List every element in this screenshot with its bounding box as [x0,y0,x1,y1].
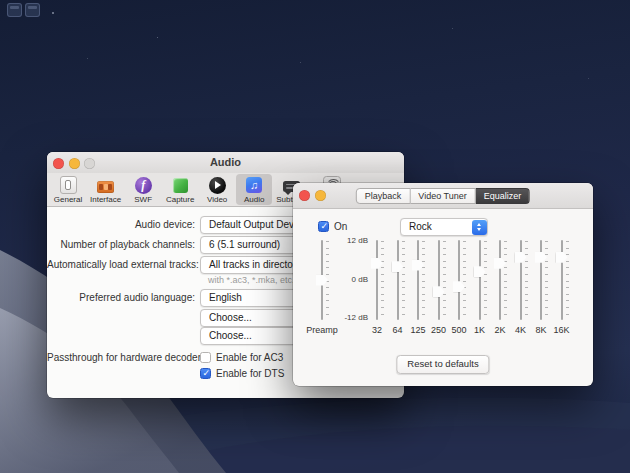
field-label: Audio device: [47,216,195,234]
interface-icon [97,176,115,194]
equalizer-window: Playback Video Tuner Equalizer On Rock 1… [293,183,593,386]
band-500-slider[interactable]: 500 [449,240,469,337]
preset-select[interactable]: Rock [400,218,488,236]
star [87,58,88,59]
tab-video-tuner[interactable]: Video Tuner [410,188,475,204]
preamp-slider[interactable]: Preamp [312,240,332,337]
band-16k-slider[interactable]: 16K [552,240,572,337]
band-2k-slider[interactable]: 2K [490,240,510,337]
window-title: Audio [47,156,404,168]
eq-on-checkbox[interactable] [318,221,329,232]
capture-icon [171,176,189,194]
tab-playback[interactable]: Playback [356,188,411,204]
toolbar-item-capture[interactable]: Capture [162,174,198,205]
enable-dts-checkbox[interactable] [200,368,211,379]
field-label: Preferred audio language: [47,289,195,307]
field-label: Number of playback channels: [47,236,195,254]
star [52,12,54,14]
audio-window-titlebar[interactable]: Audio [47,152,404,173]
reset-to-defaults-button[interactable]: Reset to defaults [396,355,489,374]
toolbar-item-audio[interactable]: ♫ Audio [236,174,272,205]
star [588,78,589,79]
minimize-button[interactable] [315,190,326,201]
desktop: Audio General Interface f SWF Capture Vi… [0,0,630,473]
enable-dts-label: Enable for DTS [216,365,284,383]
popup-stepper-icon [472,220,487,235]
star [452,28,453,29]
eq-on-label: On [334,218,347,236]
band-250-slider[interactable]: 250 [429,240,449,337]
desktop-corner-app-window-icon[interactable] [7,3,22,17]
passthrough-label: Passthrough for hardware decoders: [47,349,195,367]
band-4k-slider[interactable]: 4K [511,240,531,337]
field-label: Automatically load external tracks: [47,256,195,274]
close-button[interactable] [299,190,310,201]
toolbar-item-general[interactable]: General [50,174,86,205]
band-125-slider[interactable]: 125 [408,240,428,337]
star [157,37,158,38]
toolbar-item-video[interactable]: Video [199,174,235,205]
equalizer-window-titlebar[interactable]: Playback Video Tuner Equalizer [293,183,593,209]
toolbar-item-swf[interactable]: f SWF [125,174,161,205]
external-tracks-hint: with *.ac3, *.mka, etc. [208,275,295,285]
mode-tabs: Playback Video Tuner Equalizer [356,188,530,204]
enable-ac3-checkbox[interactable] [200,352,211,363]
band-64-slider[interactable]: 64 [388,240,408,337]
band-8k-slider[interactable]: 8K [531,240,551,337]
desktop-corner-app-window-icon[interactable] [25,3,40,17]
star [300,62,301,63]
video-icon [208,176,226,194]
swf-icon: f [134,176,152,194]
audio-icon: ♫ [245,176,263,194]
tab-equalizer[interactable]: Equalizer [476,188,531,204]
band-1k-slider[interactable]: 1K [470,240,490,337]
toolbar-item-interface[interactable]: Interface [87,174,124,205]
band-32-slider[interactable]: 32 [367,240,387,337]
equalizer-pane: On Rock 12 dB 0 dB -12 dB Preamp 32 [293,208,593,386]
general-icon [59,176,77,194]
